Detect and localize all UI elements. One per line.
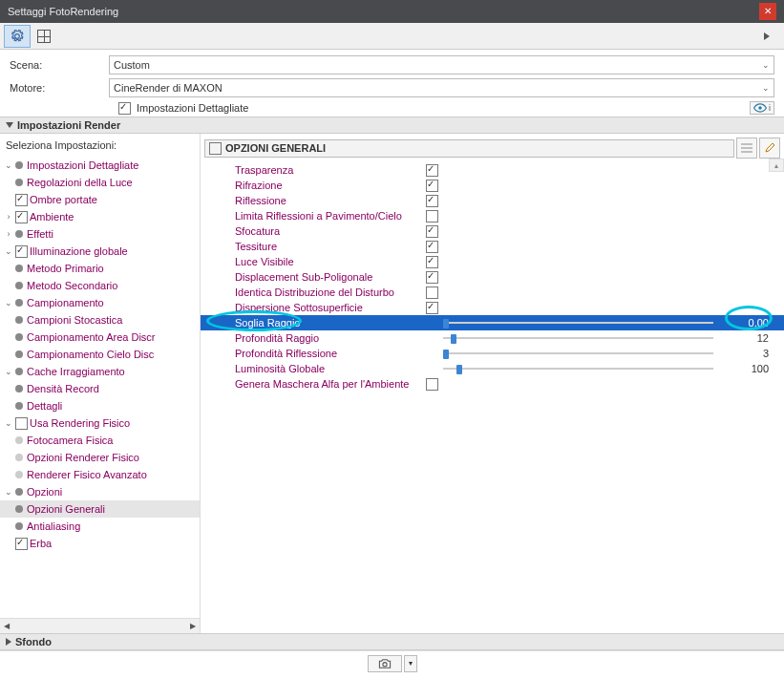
- option-checkbox[interactable]: [426, 164, 438, 177]
- option-checkbox[interactable]: [426, 180, 438, 192]
- tree-node[interactable]: Opzioni Generali: [0, 500, 200, 518]
- option-checkbox[interactable]: [426, 378, 438, 391]
- tree-checkbox[interactable]: [15, 245, 28, 258]
- tree-node[interactable]: ›Ambiente: [0, 208, 200, 225]
- tree-checkbox[interactable]: [15, 538, 28, 550]
- tree-node[interactable]: Campioni Stocastica: [0, 311, 200, 329]
- tree-node[interactable]: Campionamento Area Discr: [0, 329, 200, 346]
- option-row[interactable]: Riflessione: [201, 193, 784, 208]
- render-section-header[interactable]: Impostazioni Render: [0, 117, 784, 134]
- option-row[interactable]: Displacement Sub-Poligonale: [201, 269, 784, 285]
- option-slider[interactable]: [443, 334, 713, 342]
- tree-node[interactable]: Erba: [0, 535, 200, 552]
- preview-button[interactable]: i: [750, 101, 774, 115]
- option-row[interactable]: Dispersione Sottosuperficie: [201, 300, 784, 315]
- detailed-checkbox[interactable]: ✓: [118, 102, 131, 115]
- slider-thumb[interactable]: [443, 350, 449, 359]
- layout-tab[interactable]: [31, 25, 57, 48]
- tree-node[interactable]: Metodo Secondario: [0, 277, 200, 294]
- tree-node[interactable]: Opzioni Renderer Fisico: [0, 449, 200, 466]
- option-label: Luce Visibile: [235, 256, 426, 267]
- option-row[interactable]: Trasparenza: [201, 162, 784, 178]
- list-view-button[interactable]: [736, 138, 757, 159]
- option-row[interactable]: Soglia Raggio0,00: [201, 315, 784, 330]
- option-checkbox[interactable]: [426, 225, 438, 238]
- option-checkbox[interactable]: [426, 241, 438, 253]
- tree-node[interactable]: Dettagli: [0, 397, 200, 414]
- tree-node[interactable]: ⌄Cache Irraggiamento: [0, 363, 200, 380]
- tree-node[interactable]: ⌄Usa Rendering Fisico: [0, 414, 200, 432]
- option-row[interactable]: Profondità Riflessione3: [201, 346, 784, 361]
- slider-thumb[interactable]: [451, 334, 456, 344]
- scroll-left-button[interactable]: ◀: [0, 620, 13, 633]
- option-checkbox[interactable]: [426, 195, 438, 207]
- options-checkbox[interactable]: [209, 142, 222, 155]
- tree-node[interactable]: ⌄Impostazioni Dettagliate: [0, 157, 200, 174]
- tree-node[interactable]: Fotocamera Fisica: [0, 432, 200, 449]
- chevron-down-icon: ⌄: [762, 83, 770, 93]
- chevron-right-icon[interactable]: ›: [4, 229, 13, 239]
- scene-select[interactable]: Custom ⌄: [109, 55, 774, 74]
- option-slider[interactable]: [443, 350, 713, 357]
- chevron-right-icon[interactable]: ›: [4, 212, 13, 222]
- bullet-icon: [15, 436, 23, 444]
- engine-select[interactable]: CineRender di MAXON ⌄: [109, 78, 774, 97]
- option-checkbox[interactable]: [426, 286, 438, 299]
- chevron-down-icon[interactable]: ⌄: [4, 418, 13, 428]
- tree-label: Usa Rendering Fisico: [30, 417, 130, 429]
- chevron-down-icon[interactable]: ⌄: [4, 246, 13, 256]
- option-label: Dispersione Sottosuperficie: [235, 302, 426, 313]
- tree-label: Campionamento: [27, 297, 104, 308]
- tree-node[interactable]: Densità Record: [0, 380, 200, 397]
- option-slider[interactable]: [443, 319, 713, 327]
- tree-checkbox[interactable]: [15, 194, 28, 206]
- settings-tab[interactable]: [4, 25, 31, 48]
- tree-node[interactable]: Regolazioni della Luce: [0, 174, 200, 191]
- tree-label: Campionamento Area Discr: [27, 331, 156, 343]
- chevron-down-icon[interactable]: ⌄: [4, 298, 13, 308]
- tree-node[interactable]: Renderer Fisico Avanzato: [0, 466, 200, 483]
- option-row[interactable]: Sfocatura: [201, 223, 784, 239]
- option-checkbox[interactable]: [426, 256, 438, 268]
- tree-node[interactable]: ›Effetti: [0, 225, 200, 243]
- expand-button[interactable]: [753, 25, 780, 48]
- option-slider[interactable]: [443, 365, 713, 372]
- option-checkbox[interactable]: [426, 210, 438, 223]
- tree-label: Impostazioni Dettagliate: [27, 159, 138, 171]
- bullet-icon: [15, 471, 23, 478]
- option-row[interactable]: Identica Distribuzione del Disturbo: [201, 285, 784, 300]
- option-checkbox[interactable]: [426, 302, 438, 314]
- chevron-down-icon[interactable]: ⌄: [4, 160, 13, 170]
- scroll-right-button[interactable]: ▶: [186, 620, 200, 633]
- option-row[interactable]: Genera Maschera Alfa per l'Ambiente: [201, 376, 784, 392]
- option-row[interactable]: Limita Riflessioni a Pavimento/Cielo: [201, 208, 784, 223]
- chevron-down-icon[interactable]: ⌄: [4, 367, 13, 376]
- bullet-icon: [15, 454, 23, 461]
- option-row[interactable]: Luminosità Globale100: [201, 361, 784, 376]
- vertical-scrollbar[interactable]: ▴: [769, 159, 784, 172]
- tree-checkbox[interactable]: [15, 417, 28, 430]
- chevron-down-icon[interactable]: ⌄: [4, 487, 13, 497]
- sidebar-scrollbar[interactable]: ◀ ▶: [0, 618, 200, 633]
- tree-node[interactable]: Ombre portate: [0, 191, 200, 208]
- option-row[interactable]: Tessiture: [201, 239, 784, 254]
- option-row[interactable]: Rifrazione: [201, 178, 784, 193]
- bullet-icon: [15, 385, 23, 393]
- option-checkbox[interactable]: [426, 271, 438, 284]
- tree-node[interactable]: Campionamento Cielo Disc: [0, 346, 200, 363]
- tree-checkbox[interactable]: [15, 211, 28, 223]
- render-button[interactable]: [368, 655, 402, 672]
- tree-node[interactable]: ⌄Illuminazione globale: [0, 243, 200, 260]
- close-button[interactable]: ✕: [759, 3, 776, 20]
- tree-node[interactable]: Antialiasing: [0, 518, 200, 535]
- tree-node[interactable]: ⌄Opzioni: [0, 483, 200, 500]
- slider-thumb[interactable]: [456, 365, 462, 374]
- tree-node[interactable]: ⌄Campionamento: [0, 294, 200, 311]
- edit-button[interactable]: [759, 138, 780, 159]
- option-row[interactable]: Luce Visibile: [201, 254, 784, 269]
- option-row[interactable]: Profondità Raggio12: [201, 330, 784, 346]
- render-dropdown[interactable]: ▾: [404, 655, 417, 672]
- background-section-header[interactable]: Sfondo: [0, 633, 784, 650]
- tree-node[interactable]: Metodo Primario: [0, 260, 200, 277]
- slider-thumb[interactable]: [443, 319, 449, 329]
